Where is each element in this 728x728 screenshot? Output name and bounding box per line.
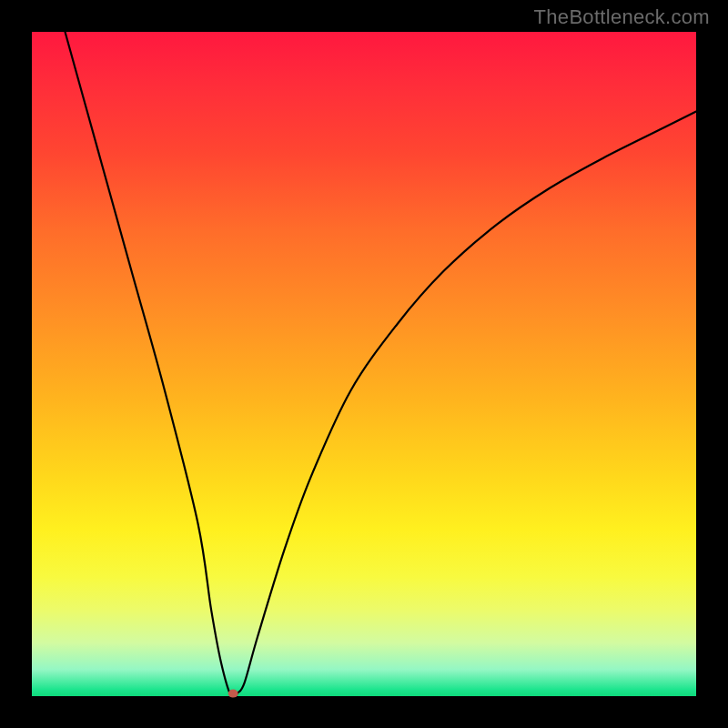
curve-path bbox=[66, 32, 697, 698]
chart-frame: TheBottleneck.com bbox=[0, 0, 728, 728]
watermark-text: TheBottleneck.com bbox=[534, 5, 710, 29]
bottleneck-curve-icon bbox=[32, 32, 696, 696]
plot-area bbox=[32, 32, 696, 696]
minimum-marker bbox=[228, 690, 238, 698]
